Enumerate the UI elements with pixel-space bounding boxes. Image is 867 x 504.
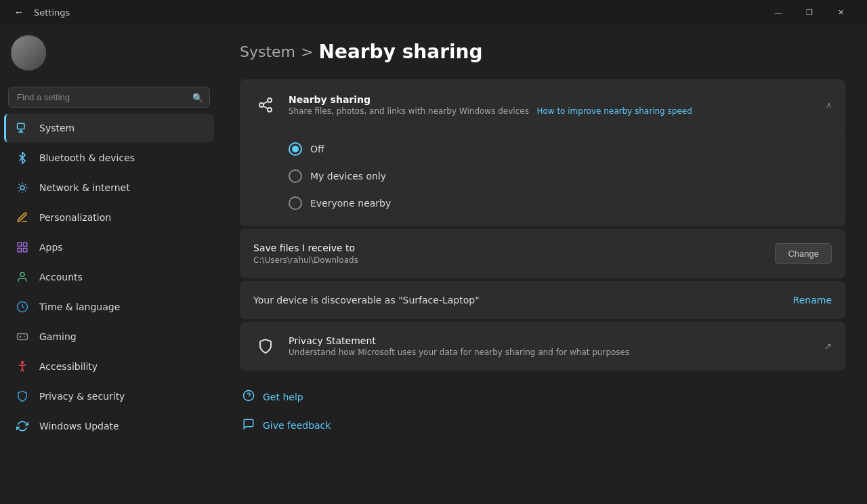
svg-rect-0 [18, 123, 25, 129]
discoverable-text: Your device is discoverable as "Surface-… [253, 295, 480, 306]
radio-off-label: Off [310, 144, 324, 154]
app-title: Settings [34, 7, 756, 18]
svg-rect-2 [18, 131, 24, 133]
search-box: 🔍 [8, 87, 210, 108]
radio-off[interactable]: Off [289, 142, 829, 156]
sidebar-item-label-gaming: Gaming [39, 331, 77, 342]
shield-icon [253, 334, 278, 358]
svg-rect-5 [24, 243, 27, 246]
sidebar-item-label-accessibility: Accessibility [39, 361, 98, 372]
sharing-title: Nearby sharing [289, 94, 815, 105]
sidebar-item-privacy[interactable]: Privacy & security [4, 382, 214, 411]
feedback-icon [242, 418, 255, 433]
svg-rect-7 [24, 249, 27, 252]
sidebar: 🔍 System Bluetooth & devices Network & i… [0, 24, 218, 504]
svg-point-8 [20, 272, 24, 276]
privacy-desc: Understand how Microsoft uses your data … [289, 348, 813, 357]
accounts-icon [15, 270, 30, 285]
discoverable-card: Your device is discoverable as "Surface-… [240, 281, 845, 319]
gaming-icon [15, 329, 30, 344]
avatar [11, 35, 46, 70]
privacy-title: Privacy Statement [289, 335, 813, 346]
accessibility-icon [15, 359, 30, 374]
sidebar-item-label-network: Network & internet [39, 182, 130, 193]
nearby-sharing-header[interactable]: Nearby sharing Share files, photos, and … [240, 79, 845, 131]
sharing-options-expanded: Off My devices only Everyone nearby [240, 131, 845, 226]
svg-rect-10 [18, 334, 28, 340]
avatar-image [11, 35, 46, 70]
sidebar-item-label-personalization: Personalization [39, 212, 111, 223]
breadcrumb-parent[interactable]: System [240, 43, 295, 60]
save-files-title: Save files I receive to [253, 243, 358, 253]
svg-rect-1 [20, 130, 22, 131]
system-icon [15, 121, 30, 135]
sidebar-item-label-apps: Apps [39, 242, 63, 253]
save-files-card: Save files I receive to C:\Users\rahul\D… [240, 229, 845, 278]
sidebar-item-gaming[interactable]: Gaming [4, 322, 214, 351]
svg-line-16 [263, 102, 268, 104]
get-help-label: Get help [263, 392, 303, 402]
breadcrumb: System > Nearby sharing [240, 41, 845, 63]
radio-my-devices-label: My devices only [310, 171, 386, 182]
window-controls: — ❐ ✕ [763, 0, 856, 24]
search-input[interactable] [8, 87, 210, 108]
sharing-radio-group: Off My devices only Everyone nearby [240, 131, 845, 226]
help-icon [242, 390, 255, 404]
chevron-up-icon: ∧ [826, 100, 832, 110]
radio-everyone[interactable]: Everyone nearby [289, 196, 829, 210]
save-files-text: Save files I receive to C:\Users\rahul\D… [253, 243, 358, 265]
svg-point-11 [22, 362, 24, 364]
rename-link[interactable]: Rename [793, 295, 832, 306]
sharing-help-link[interactable]: How to improve nearby sharing speed [536, 106, 692, 116]
sidebar-item-time[interactable]: Time & language [4, 293, 214, 321]
sidebar-item-update[interactable]: Windows Update [4, 412, 214, 440]
radio-everyone-label: Everyone nearby [310, 198, 391, 209]
sidebar-item-network[interactable]: Network & internet [4, 173, 214, 202]
sidebar-item-label-update: Windows Update [39, 421, 119, 432]
svg-point-14 [268, 108, 272, 112]
sidebar-item-bluetooth[interactable]: Bluetooth & devices [4, 144, 214, 172]
nearby-sharing-card: Nearby sharing Share files, photos, and … [240, 79, 845, 226]
save-files-path: C:\Users\rahul\Downloads [253, 255, 358, 265]
radio-off-indicator [292, 146, 299, 152]
sidebar-item-label-accounts: Accounts [39, 272, 83, 282]
radio-off-button[interactable] [289, 142, 302, 156]
svg-point-13 [259, 103, 263, 107]
svg-line-15 [263, 106, 268, 109]
privacy-text: Privacy Statement Understand how Microso… [289, 335, 813, 357]
maximize-button[interactable]: ❐ [794, 0, 825, 24]
give-feedback-link[interactable]: Give feedback [240, 413, 845, 438]
minimize-button[interactable]: — [763, 0, 794, 24]
sidebar-item-accessibility[interactable]: Accessibility [4, 352, 214, 381]
bluetooth-icon [15, 150, 30, 165]
main-content: System > Nearby sharing Nearby sharing S… [218, 24, 867, 504]
app-body: 🔍 System Bluetooth & devices Network & i… [0, 24, 867, 504]
sidebar-item-accounts[interactable]: Accounts [4, 263, 214, 291]
apps-icon [15, 240, 30, 255]
sidebar-item-label-privacy: Privacy & security [39, 391, 125, 402]
radio-my-devices-button[interactable] [289, 169, 302, 183]
breadcrumb-separator: > [301, 43, 313, 60]
personalization-icon [15, 210, 30, 225]
time-icon [15, 299, 30, 314]
back-button[interactable]: ← [11, 4, 27, 20]
user-section [0, 24, 218, 81]
sidebar-item-system[interactable]: System [4, 114, 214, 142]
change-button[interactable]: Change [775, 243, 832, 264]
sharing-desc: Share files, photos, and links with near… [289, 106, 815, 116]
svg-rect-6 [18, 249, 21, 252]
svg-point-12 [268, 98, 272, 102]
privacy-statement-card[interactable]: Privacy Statement Understand how Microso… [240, 322, 845, 371]
breadcrumb-current: Nearby sharing [318, 41, 482, 63]
sidebar-item-apps[interactable]: Apps [4, 233, 214, 261]
titlebar: ← Settings — ❐ ✕ [0, 0, 867, 24]
bottom-links: Get help Give feedback [240, 384, 845, 438]
svg-point-3 [20, 186, 24, 190]
radio-my-devices[interactable]: My devices only [289, 169, 829, 183]
sidebar-item-personalization[interactable]: Personalization [4, 203, 214, 232]
sidebar-item-label-system: System [39, 123, 75, 133]
get-help-link[interactable]: Get help [240, 384, 845, 410]
sharing-icon [253, 93, 278, 117]
radio-everyone-button[interactable] [289, 196, 302, 210]
close-button[interactable]: ✕ [825, 0, 856, 24]
